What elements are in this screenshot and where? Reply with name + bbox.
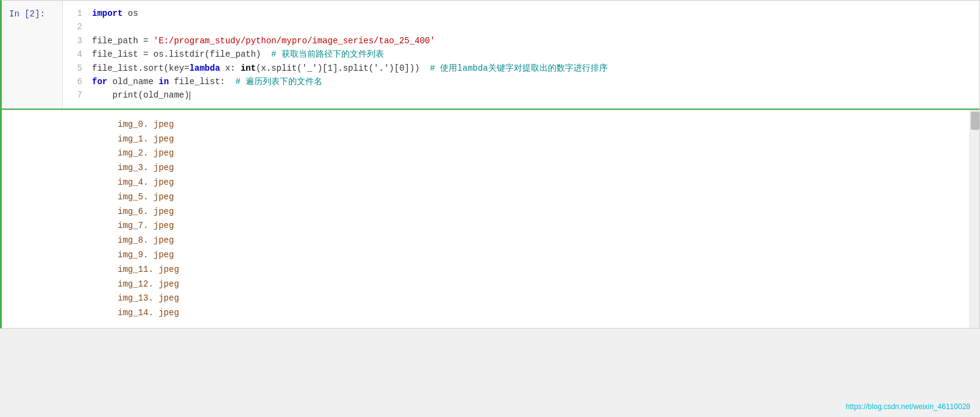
code-line: 5file_list.sort(key=lambda x: int(x.spli… — [73, 62, 970, 75]
code-line: 3file_path = 'E:/program_study/python/my… — [73, 34, 970, 48]
line-number: 1 — [73, 7, 82, 20]
code-token: # 获取当前路径下的文件列表 — [261, 49, 384, 59]
output-line: img_9. jpeg — [118, 248, 979, 263]
scrollbar-thumb[interactable] — [971, 112, 979, 130]
code-content: for old_name in file_list: # 遍历列表下的文件名 — [92, 75, 322, 88]
code-token: x: — [220, 63, 241, 73]
code-content: file_list.sort(key=lambda x: int(x.split… — [92, 62, 608, 75]
output-line: img_12. jpeg — [118, 277, 979, 292]
code-token: for — [92, 77, 107, 87]
output-line: img_11. jpeg — [118, 263, 979, 277]
code-token: (x.split('_')[1].split('.')[0])) — [256, 63, 430, 73]
cell-code[interactable]: 1import os23file_path = 'E:/program_stud… — [63, 1, 979, 109]
text-cursor — [190, 91, 190, 100]
cell-output: img_0. jpegimg_1. jpegimg_2. jpegimg_3. … — [2, 110, 979, 328]
output-line: img_3. jpeg — [118, 161, 979, 176]
code-token: file_list — [92, 49, 138, 59]
line-number: 5 — [73, 62, 82, 75]
code-token: file_list.sort(key= — [92, 63, 190, 73]
line-number: 6 — [73, 75, 82, 88]
code-token: os — [122, 9, 138, 18]
line-number: 7 — [73, 88, 82, 102]
code-token: file_path — [92, 36, 138, 46]
output-line: img_8. jpeg — [118, 233, 979, 248]
code-token: = — [138, 49, 154, 59]
line-number: 2 — [73, 20, 82, 34]
code-token: print(old_name) — [92, 90, 190, 100]
code-token: in — [158, 77, 169, 87]
code-token: (file_path) — [205, 49, 261, 59]
code-token: int — [241, 63, 256, 73]
code-content: file_list = os.listdir(file_path) # 获取当前… — [92, 48, 384, 61]
output-line: img_2. jpeg — [118, 146, 979, 161]
code-token: old_name — [107, 77, 158, 87]
output-line: img_14. jpeg — [118, 306, 979, 321]
code-token: file_list: — [169, 77, 235, 87]
output-line: img_5. jpeg — [118, 190, 979, 205]
notebook-container: In [2]: 1import os23file_path = 'E:/prog… — [0, 0, 980, 329]
code-token: os.listdir — [154, 49, 205, 59]
code-line: 2 — [73, 20, 970, 34]
line-number: 4 — [73, 48, 82, 61]
cell-label: In [2]: — [2, 1, 63, 109]
code-line: 4file_list = os.listdir(file_path) # 获取当… — [73, 48, 970, 61]
watermark: https://blog.csdn.net/weixin_46110028 — [846, 402, 970, 411]
output-line: img_1. jpeg — [118, 132, 979, 147]
output-line: img_7. jpeg — [118, 219, 979, 233]
code-cell: In [2]: 1import os23file_path = 'E:/prog… — [0, 0, 980, 329]
code-line: 6for old_name in file_list: # 遍历列表下的文件名 — [73, 75, 970, 88]
code-token: lambda — [190, 63, 220, 73]
scrollbar[interactable] — [970, 110, 979, 328]
code-line: 7 print(old_name) — [73, 88, 970, 102]
code-line: 1import os — [73, 7, 970, 20]
code-token: import — [92, 9, 122, 18]
line-number: 3 — [73, 34, 82, 48]
cell-input: In [2]: 1import os23file_path = 'E:/prog… — [2, 1, 979, 110]
output-line: img_13. jpeg — [118, 291, 979, 306]
code-token: # 使用lambda关键字对提取出的数字进行排序 — [430, 63, 608, 73]
output-line: img_6. jpeg — [118, 205, 979, 219]
code-content: print(old_name) — [92, 88, 190, 102]
output-content: img_0. jpegimg_1. jpegimg_2. jpegimg_3. … — [2, 110, 979, 328]
code-token: 'E:/program_study/python/mypro/image_ser… — [154, 36, 435, 46]
code-content: file_path = 'E:/program_study/python/myp… — [92, 34, 435, 48]
code-token: # 遍历列表下的文件名 — [235, 77, 322, 87]
output-line: img_0. jpeg — [118, 118, 979, 132]
output-line: img_4. jpeg — [118, 176, 979, 190]
code-token: = — [138, 36, 154, 46]
code-content: import os — [92, 7, 138, 20]
